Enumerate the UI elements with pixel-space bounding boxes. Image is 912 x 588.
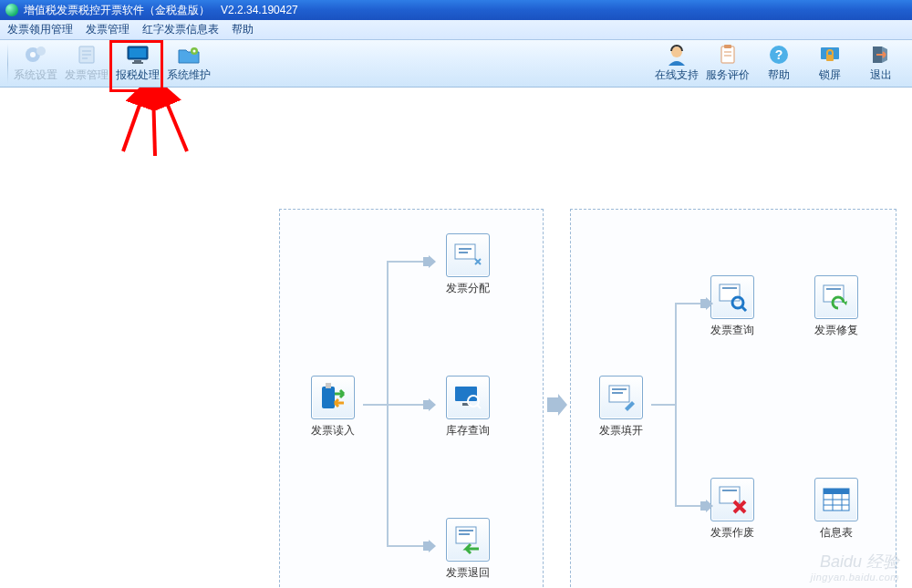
table-icon (814, 478, 858, 521)
node-label: 库存查询 (446, 423, 490, 438)
tool-service-eval[interactable]: 服务评价 (702, 44, 753, 83)
clipboard-icon (715, 44, 741, 66)
svg-rect-27 (326, 383, 331, 388)
svg-rect-15 (724, 45, 731, 48)
arrow-right-icon (700, 297, 713, 310)
invoice-search-icon (710, 275, 754, 319)
node-label: 发票读入 (311, 423, 355, 438)
titlebar: 增值税发票税控开票软件（金税盘版） V2.2.34.190427 (0, 0, 912, 20)
connector (387, 261, 425, 263)
support-agent-icon (664, 44, 689, 66)
tool-tax-report[interactable]: 报税处理 (112, 44, 163, 83)
connector (387, 545, 425, 547)
connector (651, 404, 675, 406)
menu-help[interactable]: 帮助 (232, 22, 254, 37)
tool-label: 系统维护 (167, 67, 211, 83)
tool-label: 报税处理 (116, 67, 160, 83)
svg-rect-37 (459, 533, 470, 535)
node-invoice-fill[interactable]: 发票填开 (593, 376, 649, 438)
tool-system-settings[interactable]: 系统设置 (10, 44, 61, 83)
document-icon (74, 44, 99, 66)
menu-red-invoice[interactable]: 红字发票信息表 (142, 22, 219, 37)
gear-icon (23, 44, 48, 66)
menu-invoice-collect[interactable]: 发票领用管理 (7, 22, 73, 37)
arrow-right-icon (423, 540, 436, 552)
tool-invoice-mgmt[interactable]: 发票管理 (61, 44, 112, 83)
divider (7, 44, 8, 84)
svg-rect-26 (322, 387, 335, 408)
arrow-right-icon (423, 255, 436, 268)
node-label: 信息表 (820, 525, 853, 541)
help-icon: ? (766, 44, 792, 66)
node-label: 发票修复 (814, 323, 858, 338)
node-label: 发票分配 (446, 281, 490, 296)
svg-rect-30 (459, 252, 468, 253)
connector (675, 303, 702, 304)
node-invoice-read[interactable]: 发票读入 (305, 376, 361, 438)
svg-rect-29 (459, 248, 472, 250)
svg-point-1 (30, 52, 36, 57)
arrow-right-icon (545, 394, 569, 416)
invoice-edit-icon (599, 376, 643, 419)
node-info-table[interactable]: 信息表 (808, 478, 865, 541)
lock-icon (817, 44, 843, 66)
tool-label: 在线支持 (655, 67, 699, 83)
arrow-right-icon (423, 398, 436, 411)
node-invoice-repair[interactable]: 发票修复 (808, 275, 865, 338)
tool-exit[interactable]: 退出 (855, 44, 907, 83)
tool-label: 服务评价 (706, 67, 750, 83)
svg-rect-21 (826, 55, 834, 61)
app-title: 增值税发票税控开票软件（金税盘版） V2.2.34.190427 (24, 3, 298, 18)
node-label: 发票作废 (710, 525, 754, 541)
monitor-icon (125, 44, 150, 66)
svg-rect-8 (130, 48, 146, 57)
invoice-return-icon (446, 518, 490, 562)
monitor-search-icon (446, 376, 490, 419)
svg-rect-31 (455, 387, 477, 401)
svg-rect-40 (612, 392, 623, 394)
svg-rect-36 (459, 530, 473, 531)
tool-label: 锁屏 (819, 67, 841, 83)
app-icon (5, 4, 18, 16)
node-label: 发票退回 (446, 565, 490, 581)
menu-invoice-mgmt[interactable]: 发票管理 (86, 22, 130, 37)
node-stock-query[interactable]: 库存查询 (440, 376, 496, 438)
connector (363, 404, 387, 406)
invoice-void-icon (710, 478, 754, 521)
workflow-canvas: 发票读入 发票分配 库存查询 发票退回 发票填开 发票查询 (0, 88, 912, 588)
connector (675, 303, 677, 505)
tool-label: 发票管理 (65, 67, 109, 83)
svg-rect-39 (612, 388, 627, 390)
node-invoice-allocate[interactable]: 发票分配 (440, 233, 496, 296)
svg-line-34 (477, 405, 481, 408)
connector (675, 505, 702, 507)
svg-point-2 (36, 46, 46, 56)
connector (387, 404, 425, 406)
folder-gear-icon (176, 44, 202, 66)
svg-rect-46 (826, 288, 841, 290)
node-label: 发票填开 (599, 423, 643, 438)
usb-import-icon (311, 376, 355, 419)
exit-icon (868, 44, 894, 66)
tool-label: 系统设置 (14, 67, 57, 83)
node-invoice-return[interactable]: 发票退回 (440, 518, 496, 581)
svg-rect-50 (824, 489, 849, 494)
svg-rect-47 (720, 487, 740, 503)
tool-lock[interactable]: 锁屏 (804, 44, 855, 83)
invoice-repair-icon (814, 275, 858, 319)
tool-system-maint[interactable]: 系统维护 (163, 44, 214, 83)
svg-point-12 (193, 50, 196, 53)
svg-line-44 (741, 306, 746, 311)
tool-help[interactable]: ? 帮助 (753, 44, 804, 83)
svg-rect-42 (722, 287, 737, 289)
svg-rect-14 (721, 46, 734, 63)
svg-rect-48 (722, 490, 737, 491)
menubar: 发票领用管理 发票管理 红字发票信息表 帮助 (0, 20, 912, 40)
tool-label: 帮助 (768, 67, 790, 83)
toolbar: 系统设置 发票管理 报税处理 系统维护 在线支持 服务评价 (0, 40, 912, 88)
node-label: 发票查询 (710, 323, 754, 338)
tool-label: 退出 (870, 67, 892, 83)
tool-online-support[interactable]: 在线支持 (651, 44, 702, 83)
svg-rect-10 (132, 62, 143, 64)
svg-rect-9 (134, 60, 141, 62)
